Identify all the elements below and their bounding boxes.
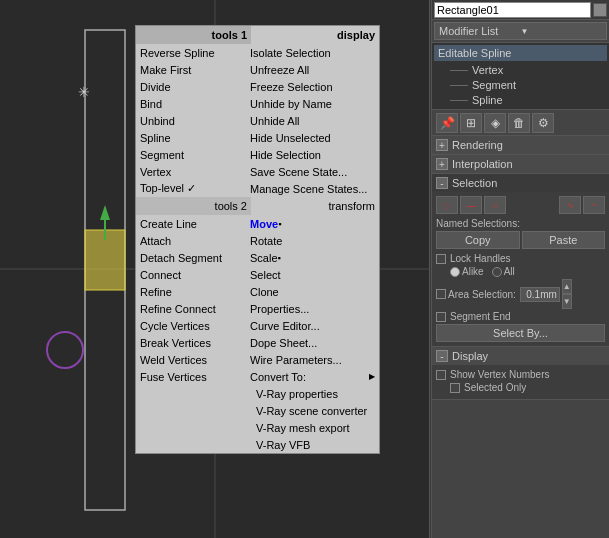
alike-all-group: Alike All — [436, 266, 605, 277]
clone[interactable]: Clone — [246, 283, 379, 300]
fuse-vertices[interactable]: Fuse Vertices — [136, 368, 246, 385]
menu-row-8: Top-level ✓ Manage Scene States... — [136, 180, 379, 197]
rotate[interactable]: Rotate — [246, 232, 379, 249]
interpolation-rollout-header[interactable]: + Interpolation — [432, 155, 609, 173]
hide-unselected[interactable]: Hide Unselected — [246, 129, 379, 146]
pin-stack-btn[interactable]: 📌 — [436, 113, 458, 133]
isolate-selection[interactable]: Isolate Selection — [246, 44, 379, 61]
dope-sheet[interactable]: Dope Sheet... — [246, 334, 379, 351]
select[interactable]: Select — [246, 266, 379, 283]
properties[interactable]: Properties... — [246, 300, 379, 317]
manage-scene-states[interactable]: Manage Scene States... — [246, 180, 379, 197]
spline[interactable]: Spline — [136, 129, 246, 146]
lock-handles-checkbox[interactable] — [436, 254, 446, 264]
selected-only-checkbox[interactable] — [450, 383, 460, 393]
vray-mesh-export[interactable]: V-Ray mesh export — [136, 419, 379, 436]
detach-segment[interactable]: Detach Segment — [136, 249, 246, 266]
tree-item-segment[interactable]: Segment — [434, 77, 607, 92]
paste-btn[interactable]: Paste — [522, 231, 606, 249]
area-spinner-down[interactable]: ▼ — [562, 294, 572, 309]
selected-only-row: Selected Only — [436, 382, 605, 393]
vray-properties[interactable]: V-Ray properties — [136, 385, 379, 402]
transform-label: transform — [251, 197, 379, 215]
dropdown-arrow-icon: ▼ — [521, 27, 603, 36]
top-level[interactable]: Top-level ✓ — [136, 180, 246, 197]
make-first[interactable]: Make First — [136, 61, 246, 78]
color-swatch[interactable] — [593, 3, 607, 17]
convert-to[interactable]: Convert To: — [246, 368, 379, 385]
connect[interactable]: Connect — [136, 266, 246, 283]
menu-section-headers: tools 1 display — [136, 26, 379, 44]
lock-handles-row: Lock Handles — [436, 253, 605, 264]
move[interactable]: Move ▪ — [246, 215, 379, 232]
menu-create-line: Create Line Move ▪ — [136, 215, 379, 232]
configure-modifier-btn[interactable]: ⚙ — [532, 113, 554, 133]
menu-break-vertices: Break Vertices Dope Sheet... — [136, 334, 379, 351]
create-line[interactable]: Create Line — [136, 215, 246, 232]
menu-detach: Detach Segment Scale ▪ — [136, 249, 379, 266]
cycle-vertices[interactable]: Cycle Vertices — [136, 317, 246, 334]
divide[interactable]: Divide — [136, 78, 246, 95]
editable-spline-header[interactable]: Editable Spline — [434, 45, 607, 61]
freeze-selection[interactable]: Freeze Selection — [246, 78, 379, 95]
weld-vertices[interactable]: Weld Vertices — [136, 351, 246, 368]
selection-rollout-content: ·:· — ○ ∿ ^ Named Selections: Copy Paste… — [432, 192, 609, 346]
break-vertices[interactable]: Break Vertices — [136, 334, 246, 351]
vray-scene-converter[interactable]: V-Ray scene converter — [136, 402, 379, 419]
unhide-by-name[interactable]: Unhide by Name — [246, 95, 379, 112]
rendering-rollout: + Rendering — [432, 136, 609, 155]
area-selection-input[interactable] — [520, 287, 560, 302]
curve-icon-1[interactable]: ∿ — [559, 196, 581, 214]
make-unique-btn[interactable]: ◈ — [484, 113, 506, 133]
selection-rollout-header[interactable]: - Selection — [432, 174, 609, 192]
segment-end-row: Segment End — [436, 311, 605, 322]
all-option[interactable]: All — [492, 266, 515, 277]
context-menu: tools 1 display Reverse Spline Isolate S… — [135, 25, 380, 454]
tree-item-spline[interactable]: Spline — [434, 92, 607, 107]
scale[interactable]: Scale ▪ — [246, 249, 379, 266]
refine-connect[interactable]: Refine Connect — [136, 300, 246, 317]
show-end-result-btn[interactable]: ⊞ — [460, 113, 482, 133]
area-selection-checkbox[interactable] — [436, 289, 446, 299]
area-spinner-up[interactable]: ▲ — [562, 279, 572, 294]
refine[interactable]: Refine — [136, 283, 246, 300]
modifier-list-dropdown[interactable]: Modifier List ▼ — [434, 22, 607, 40]
unbind[interactable]: Unbind — [136, 112, 246, 129]
menu-row-7: Vertex Save Scene State... — [136, 163, 379, 180]
tools2-transform-headers: tools 2 transform — [136, 197, 379, 215]
copy-paste-row: Copy Paste — [436, 231, 605, 249]
attach[interactable]: Attach — [136, 232, 246, 249]
remove-modifier-btn[interactable]: 🗑 — [508, 113, 530, 133]
unfreeze-all[interactable]: Unfreeze All — [246, 61, 379, 78]
bind[interactable]: Bind — [136, 95, 246, 112]
copy-btn[interactable]: Copy — [436, 231, 520, 249]
curve-icon-2[interactable]: ^ — [583, 196, 605, 214]
display-label: display — [251, 26, 379, 44]
curve-editor[interactable]: Curve Editor... — [246, 317, 379, 334]
menu-row-0: Reverse Spline Isolate Selection — [136, 44, 379, 61]
wire-parameters[interactable]: Wire Parameters... — [246, 351, 379, 368]
svg-marker-4 — [100, 205, 110, 220]
show-vertex-numbers-checkbox[interactable] — [436, 370, 446, 380]
hide-selection[interactable]: Hide Selection — [246, 146, 379, 163]
vertex[interactable]: Vertex — [136, 163, 246, 180]
object-name-input[interactable] — [434, 2, 591, 18]
spline-select-btn[interactable]: ○ — [484, 196, 506, 214]
save-scene-state[interactable]: Save Scene State... — [246, 163, 379, 180]
display-rollout-header[interactable]: - Display — [432, 347, 609, 365]
unhide-all[interactable]: Unhide All — [246, 112, 379, 129]
rendering-rollout-header[interactable]: + Rendering — [432, 136, 609, 154]
menu-refine-connect: Refine Connect Properties... — [136, 300, 379, 317]
vray-vfb[interactable]: V-Ray VFB — [136, 436, 379, 453]
vertex-select-btn[interactable]: ·:· — [436, 196, 458, 214]
menu-row-3: Bind Unhide by Name — [136, 95, 379, 112]
segment[interactable]: Segment — [136, 146, 246, 163]
alike-radio[interactable] — [450, 267, 460, 277]
segment-select-btn[interactable]: — — [460, 196, 482, 214]
select-by-btn[interactable]: Select By... — [436, 324, 605, 342]
alike-option[interactable]: Alike — [450, 266, 484, 277]
segment-end-checkbox[interactable] — [436, 312, 446, 322]
all-radio[interactable] — [492, 267, 502, 277]
tree-item-vertex[interactable]: Vertex — [434, 62, 607, 77]
reverse-spline[interactable]: Reverse Spline — [136, 44, 246, 61]
